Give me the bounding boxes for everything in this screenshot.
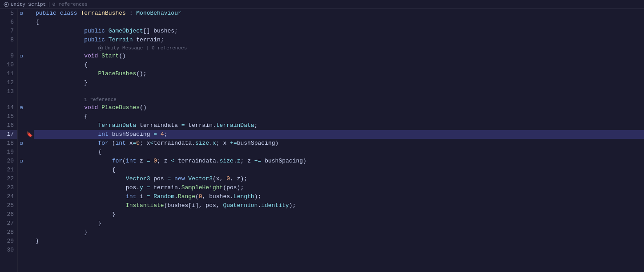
- code-line-25: Instantiate(bushes[i], pos, Quaternion.i…: [34, 201, 644, 210]
- fold-22: [18, 175, 25, 183]
- header-separator: |: [48, 2, 51, 7]
- code-line-13: [34, 87, 644, 96]
- one-reference-label: 1 reference: [84, 96, 117, 103]
- fold-17: [18, 130, 25, 139]
- kw-class-5: class: [60, 9, 77, 18]
- code-line-15: {: [34, 112, 644, 121]
- fold-inline2: [18, 96, 25, 103]
- gutter-7: [25, 27, 34, 36]
- line-num-inline1: [0, 45, 17, 52]
- gutter-5: [25, 9, 34, 18]
- code-line-10: {: [34, 61, 644, 69]
- gutter-19: [25, 148, 34, 157]
- unity-message-ref: Unity Message | 0 references: [105, 45, 187, 52]
- gutter-21: [25, 166, 34, 175]
- line-num-13: 13: [0, 87, 17, 96]
- line-num-21: 21: [0, 166, 17, 175]
- fold-column: ⊟ ⊟ ⊟ ⊟ ⊟: [18, 9, 25, 272]
- code-line-18: for (int x=0; x<terraindata.size.x; x +=…: [34, 139, 644, 148]
- fold-19: [18, 148, 25, 157]
- gutter-12: [25, 78, 34, 87]
- fold-18[interactable]: ⊟: [18, 139, 25, 148]
- gutter-15: [25, 112, 34, 121]
- line-num-9: 9: [0, 52, 17, 61]
- gutter-29: [25, 237, 34, 246]
- gutter-24: [25, 192, 34, 201]
- fold-20[interactable]: ⊟: [18, 157, 25, 166]
- code-line-26: }: [34, 210, 644, 219]
- fold-21: [18, 166, 25, 175]
- fold-29: [18, 237, 25, 246]
- line-num-18: 18: [0, 139, 17, 148]
- code-line-30: [34, 246, 644, 255]
- line-num-20: 20: [0, 157, 17, 166]
- fold-8: [18, 36, 25, 45]
- code-line-6: {: [34, 18, 644, 27]
- line-num-22: 22: [0, 175, 17, 183]
- fold-5[interactable]: ⊟: [18, 9, 25, 18]
- line-num-19: 19: [0, 148, 17, 157]
- line-numbers: 5 6 7 8 9 10 11 12 13 14 15 16 17 18 19 …: [0, 9, 18, 272]
- code-line-ref1: 1 reference: [34, 96, 644, 103]
- code-area: 5 6 7 8 9 10 11 12 13 14 15 16 17 18 19 …: [0, 9, 644, 272]
- fold-12: [18, 78, 25, 87]
- line-num-17: 17: [0, 130, 17, 139]
- unity-icon: [4, 2, 9, 7]
- gutter-17: 🔖: [25, 130, 34, 139]
- unity-msg-icon: [98, 45, 103, 51]
- gutter-26: [25, 210, 34, 219]
- gutter-22: [25, 175, 34, 183]
- code-line-8: public Terrain terrain;: [34, 36, 644, 45]
- kw-public-5: public: [36, 9, 56, 18]
- gutter-27: [25, 219, 34, 228]
- svg-point-3: [100, 47, 101, 49]
- line-num-16: 16: [0, 121, 17, 130]
- gutter-25: [25, 201, 34, 210]
- fold-23: [18, 183, 25, 192]
- line-num-27: 27: [0, 219, 17, 228]
- gutter-9: [25, 52, 34, 61]
- code-line-17: int bushSpacing = 4;: [34, 130, 644, 139]
- gutter-30: [25, 246, 34, 255]
- line-num-10: 10: [0, 61, 17, 69]
- fold-10: [18, 61, 25, 69]
- gutter-23: [25, 183, 34, 192]
- fold-30: [18, 246, 25, 255]
- fold-7: [18, 27, 25, 36]
- line-num-8: 8: [0, 36, 17, 45]
- code-line-29: }: [34, 237, 644, 246]
- gutter-16: [25, 121, 34, 130]
- gutter-inline1: [25, 45, 34, 52]
- fold-14[interactable]: ⊟: [18, 103, 25, 112]
- line-num-28: 28: [0, 228, 17, 237]
- gutter-28: [25, 228, 34, 237]
- gutter-13: [25, 87, 34, 96]
- gutter-6: [25, 18, 34, 27]
- line-num-7: 7: [0, 27, 17, 36]
- line-num-24: 24: [0, 192, 17, 201]
- gutter-18: [25, 139, 34, 148]
- code-lines: public class TerrainBushes : MonoBehavio…: [34, 9, 644, 255]
- debug-indicator: 🔖: [26, 131, 33, 138]
- code-line-20: for(int z = 0; z < terraindata.size.z; z…: [34, 157, 644, 166]
- gutter-area: 🔖: [25, 9, 34, 272]
- fold-27: [18, 219, 25, 228]
- fold-16: [18, 121, 25, 130]
- line-num-25: 25: [0, 201, 17, 210]
- code-text-area[interactable]: public class TerrainBushes : MonoBehavio…: [34, 9, 644, 272]
- type-monobehaviour: MonoBehaviour: [136, 9, 181, 18]
- fold-6: [18, 18, 25, 27]
- line-num-14: 14: [0, 103, 17, 112]
- code-line-9: void Start(): [34, 52, 644, 61]
- fold-24: [18, 192, 25, 201]
- fold-inline1: [18, 45, 25, 52]
- fold-9[interactable]: ⊟: [18, 52, 25, 61]
- code-line-14: void PlaceBushes(): [34, 103, 644, 112]
- line-num-15: 15: [0, 112, 17, 121]
- code-editor: Unity Script | 0 references 5 6 7 8 9 10…: [0, 0, 644, 272]
- fold-11: [18, 69, 25, 78]
- gutter-14: [25, 103, 34, 112]
- fold-15: [18, 112, 25, 121]
- fold-13: [18, 87, 25, 96]
- line-num-26: 26: [0, 210, 17, 219]
